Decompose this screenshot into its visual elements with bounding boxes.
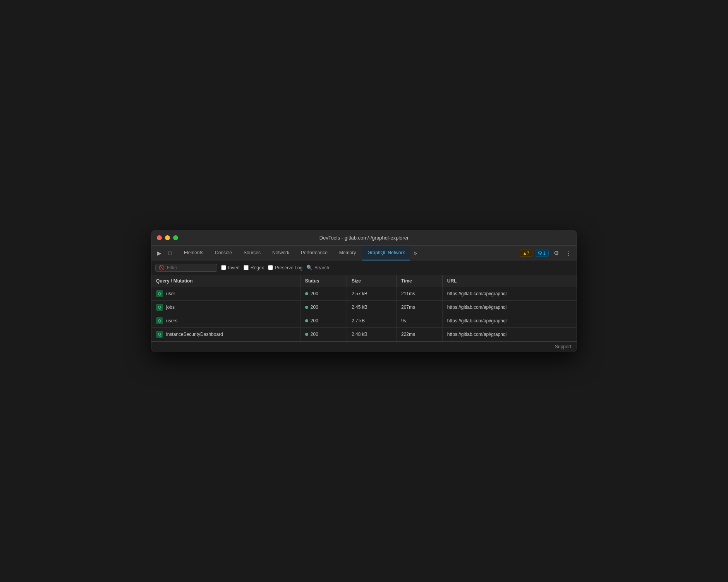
table-header: Query / Mutation Status Size Time URL	[151, 275, 577, 287]
query-cell: Q instanceSecurityDashboard	[151, 328, 300, 341]
col-header-query: Query / Mutation	[151, 275, 300, 287]
tab-memory[interactable]: Memory	[334, 246, 361, 260]
window-title: DevTools - gitlab.com/-/graphql-explorer	[319, 235, 409, 241]
query-type-badge: Q	[156, 290, 163, 297]
footer: Support	[151, 341, 577, 352]
tab-network[interactable]: Network	[267, 246, 295, 260]
invert-checkbox[interactable]	[221, 265, 226, 270]
traffic-lights	[157, 235, 178, 240]
invert-checkbox-label[interactable]: Invert	[221, 265, 240, 270]
status-dot	[305, 306, 308, 309]
size-cell: 2.48 kB	[347, 328, 396, 341]
size-cell: 2.45 kB	[347, 301, 396, 314]
query-cell: Q users	[151, 314, 300, 328]
more-tabs-button[interactable]: »	[411, 249, 419, 257]
status-code: 200	[311, 332, 318, 337]
minimize-button[interactable]	[165, 235, 170, 240]
tabs-right-area: ▲7 🗨 1 ⚙ ⋮	[520, 248, 573, 258]
tab-performance[interactable]: Performance	[295, 246, 333, 260]
table-row[interactable]: Q instanceSecurityDashboard 200 2.48 kB …	[151, 328, 577, 341]
query-name: instanceSecurityDashboard	[166, 332, 223, 337]
col-header-time: Time	[396, 275, 442, 287]
requests-table: Query / Mutation Status Size Time URL	[151, 275, 577, 341]
regex-checkbox-label[interactable]: Regex	[244, 265, 264, 270]
tab-sources[interactable]: Sources	[238, 246, 266, 260]
close-button[interactable]	[157, 235, 162, 240]
status-cell: 200	[300, 301, 347, 314]
no-entry-icon: 🚫	[159, 265, 165, 270]
tab-graphql-network[interactable]: GraphQL Network	[362, 246, 410, 260]
search-icon: 🔍	[306, 265, 312, 270]
filter-area[interactable]: 🚫	[155, 264, 217, 272]
regex-checkbox[interactable]	[244, 265, 249, 270]
table-body: Q user 200 2.57 kB 211ms https://gitlab.…	[151, 287, 577, 341]
col-header-status: Status	[300, 275, 347, 287]
tabs-bar: ▶ □ Elements Console Sources Network Per…	[151, 246, 577, 260]
time-cell: 207ms	[396, 301, 442, 314]
table-row[interactable]: Q users 200 2.7 kB 9s https://gitlab.com…	[151, 314, 577, 328]
url-cell: https://gitlab.com/api/graphql	[442, 301, 577, 314]
titlebar: DevTools - gitlab.com/-/graphql-explorer	[151, 230, 577, 246]
graphql-table: Query / Mutation Status Size Time URL	[151, 275, 577, 341]
status-dot	[305, 319, 308, 322]
col-header-url: URL	[442, 275, 577, 287]
query-type-badge: Q	[156, 304, 163, 311]
query-type-badge: Q	[156, 331, 163, 338]
maximize-button[interactable]	[173, 235, 178, 240]
filter-input[interactable]	[167, 265, 209, 270]
url-cell: https://gitlab.com/api/graphql	[442, 287, 577, 301]
col-header-size: Size	[347, 275, 396, 287]
query-type-badge: Q	[156, 317, 163, 324]
query-name: user	[166, 291, 175, 296]
tab-elements[interactable]: Elements	[179, 246, 209, 260]
preserve-log-checkbox[interactable]	[268, 265, 273, 270]
search-area[interactable]: 🔍 Search	[306, 265, 329, 270]
settings-icon[interactable]: ⚙	[551, 248, 561, 258]
info-badge[interactable]: 🗨 1	[535, 250, 549, 257]
status-dot	[305, 333, 308, 336]
time-cell: 211ms	[396, 287, 442, 301]
url-cell: https://gitlab.com/api/graphql	[442, 314, 577, 328]
warning-badge[interactable]: ▲7	[520, 250, 532, 257]
toolbar: 🚫 Invert Regex Preserve Log 🔍 Search	[151, 260, 577, 275]
query-name: jobs	[166, 305, 175, 310]
size-cell: 2.57 kB	[347, 287, 396, 301]
drawer-icon[interactable]: □	[165, 248, 175, 258]
query-cell: Q jobs	[151, 301, 300, 314]
status-code: 200	[311, 291, 318, 296]
query-name: users	[166, 318, 177, 324]
time-cell: 9s	[396, 314, 442, 328]
status-code: 200	[311, 318, 318, 324]
status-cell: 200	[300, 328, 347, 341]
status-code: 200	[311, 305, 318, 310]
table-row[interactable]: Q jobs 200 2.45 kB 207ms https://gitlab.…	[151, 301, 577, 314]
cursor-icon[interactable]: ▶	[155, 248, 164, 258]
status-cell: 200	[300, 314, 347, 328]
status-dot	[305, 292, 308, 295]
tab-icon-area: ▶ □	[155, 248, 175, 258]
devtools-window: DevTools - gitlab.com/-/graphql-explorer…	[151, 230, 577, 352]
support-link[interactable]: Support	[555, 344, 571, 349]
status-cell: 200	[300, 287, 347, 301]
more-options-icon[interactable]: ⋮	[563, 248, 573, 258]
time-cell: 222ms	[396, 328, 442, 341]
query-cell: Q user	[151, 287, 300, 301]
tab-console[interactable]: Console	[209, 246, 237, 260]
preserve-log-checkbox-label[interactable]: Preserve Log	[268, 265, 302, 270]
url-cell: https://gitlab.com/api/graphql	[442, 328, 577, 341]
size-cell: 2.7 kB	[347, 314, 396, 328]
table-row[interactable]: Q user 200 2.57 kB 211ms https://gitlab.…	[151, 287, 577, 301]
